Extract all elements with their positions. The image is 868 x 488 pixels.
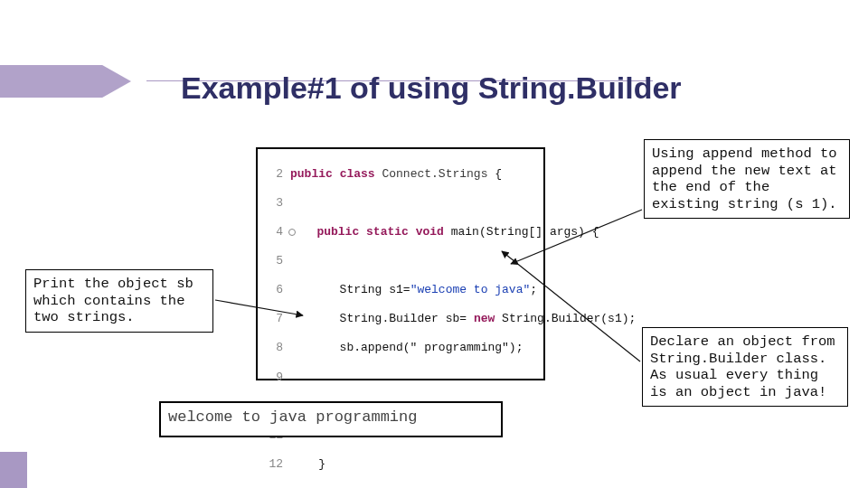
- line-number: 2: [263, 166, 283, 182]
- annotation-append: Using append method to append the new te…: [644, 139, 850, 219]
- line-number: 5: [263, 253, 283, 268]
- line-number: 12: [263, 456, 283, 472]
- slide-footer-accent: [0, 452, 27, 488]
- line-number: 3: [263, 195, 283, 211]
- line-number: 9: [263, 370, 283, 385]
- line-number: 8: [263, 340, 283, 355]
- output-box: welcome to java programming: [159, 401, 503, 437]
- code-snippet-box: 2public class Connect.Strings { 3 4 publ…: [256, 147, 545, 380]
- line-number: 6: [263, 282, 283, 297]
- annotation-print: Print the object sb which contains the t…: [25, 269, 213, 333]
- page-title: Example#1 of using String.Builder: [181, 70, 682, 106]
- fold-icon: [288, 229, 296, 236]
- slide-accent-shape: [0, 65, 131, 98]
- line-number: 7: [263, 311, 283, 326]
- annotation-declare: Declare an object from String.Builder cl…: [642, 327, 848, 407]
- line-number: 4: [263, 224, 283, 239]
